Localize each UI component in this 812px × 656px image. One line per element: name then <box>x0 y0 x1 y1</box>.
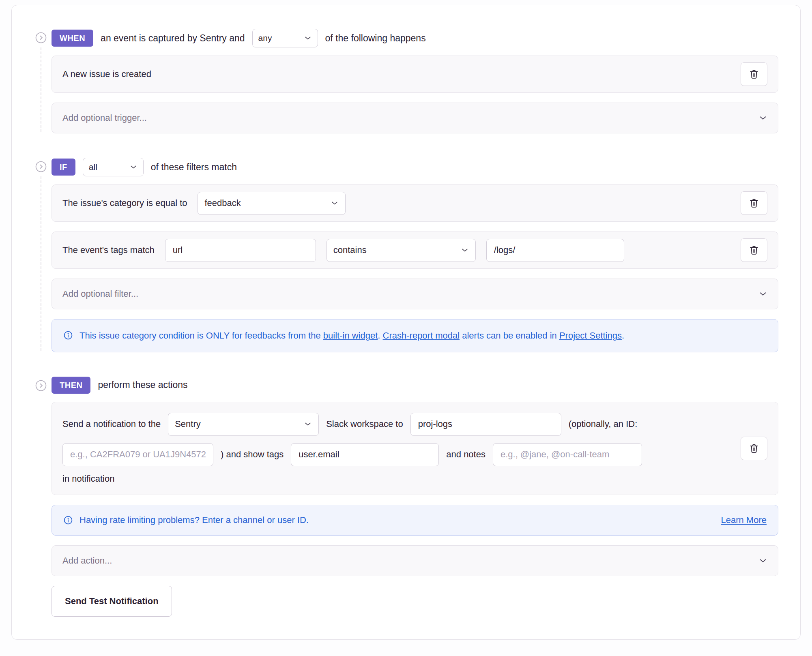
step-connector-line <box>41 176 41 351</box>
send-test-notification-button[interactable]: Send Test Notification <box>52 586 172 617</box>
chevron-down-icon <box>758 114 767 122</box>
when-gutter <box>35 29 52 133</box>
tag-operator-select[interactable]: contains <box>327 239 476 262</box>
show-tags-input[interactable] <box>291 443 439 466</box>
step-chevron-icon <box>35 161 47 172</box>
when-tail-text: of the following happens <box>325 33 426 44</box>
filter-row-tags: The event's tags match contains <box>52 232 778 269</box>
feedback-category-alert: This issue category condition is ONLY fo… <box>52 319 778 352</box>
tags-filter-label: The event's tags match <box>62 245 155 255</box>
then-badge: THEN <box>52 377 90 394</box>
delete-action-button[interactable] <box>741 437 767 460</box>
notify-label-6: in notification <box>62 474 114 484</box>
tag-key-input[interactable] <box>165 239 316 262</box>
add-filter-placeholder: Add optional filter... <box>62 289 138 299</box>
add-action-placeholder: Add action... <box>62 555 112 566</box>
trash-icon <box>749 198 759 208</box>
channel-input[interactable] <box>410 413 561 436</box>
if-badge: IF <box>52 159 75 176</box>
rate-limit-alert: Having rate limiting problems? Enter a c… <box>52 505 778 536</box>
then-tail-text: perform these actions <box>98 379 187 390</box>
notify-label-1: Send a notification to the <box>62 419 161 429</box>
trigger-row: A new issue is created <box>52 56 778 93</box>
chevron-down-icon <box>758 289 767 298</box>
when-section: WHEN an event is captured by Sentry and … <box>35 29 778 158</box>
alert-text-part: . <box>378 330 382 341</box>
learn-more-link[interactable]: Learn More <box>721 515 767 525</box>
workspace-select[interactable]: Sentry <box>168 413 319 436</box>
when-badge: WHEN <box>52 30 93 47</box>
if-header: IF all of these filters match <box>52 158 778 176</box>
if-tail-text: of these filters match <box>151 162 237 173</box>
chevron-down-icon <box>758 556 767 565</box>
workspace-select-value: Sentry <box>175 419 201 429</box>
add-filter-row[interactable]: Add optional filter... <box>52 279 778 309</box>
chevron-down-icon <box>461 246 469 254</box>
when-lead-text: an event is captured by Sentry and <box>101 33 245 44</box>
trash-icon <box>749 245 759 255</box>
delete-filter-button[interactable] <box>741 238 767 262</box>
alert-text-part: alerts can be enabled in <box>460 330 559 341</box>
alert-text-part: . <box>622 330 624 341</box>
if-section: IF all of these filters match The issue'… <box>35 158 778 377</box>
feedback-category-alert-text: This issue category condition is ONLY fo… <box>79 329 624 342</box>
if-gutter <box>35 158 52 352</box>
built-in-widget-link[interactable]: built-in widget <box>323 330 378 341</box>
notify-label-2: Slack workspace to <box>326 419 403 429</box>
delete-filter-button[interactable] <box>741 191 767 215</box>
category-filter-label: The issue's category is equal to <box>62 198 187 208</box>
alert-rule-builder-card: WHEN an event is captured by Sentry and … <box>11 5 801 640</box>
step-chevron-icon <box>35 32 47 43</box>
when-header: WHEN an event is captured by Sentry and … <box>52 29 778 47</box>
when-match-select-value: any <box>258 33 272 43</box>
then-section: THEN perform these actions Send a notifi… <box>35 377 778 617</box>
chevron-down-icon <box>331 199 339 207</box>
if-match-select[interactable]: all <box>83 158 144 176</box>
then-header: THEN perform these actions <box>52 377 778 394</box>
trash-icon <box>749 69 759 79</box>
then-gutter <box>35 377 52 617</box>
chevron-down-icon <box>304 420 312 428</box>
category-select-value: feedback <box>204 198 241 208</box>
info-icon <box>63 330 73 340</box>
delete-trigger-button[interactable] <box>741 62 767 86</box>
crash-report-modal-link[interactable]: Crash-report modal <box>383 330 460 341</box>
rate-limit-alert-text: Having rate limiting problems? Enter a c… <box>79 515 309 525</box>
add-action-row[interactable]: Add action... <box>52 545 778 576</box>
notify-label-4: ) and show tags <box>221 449 284 460</box>
filter-row-category: The issue's category is equal to feedbac… <box>52 184 778 222</box>
step-chevron-icon <box>35 380 47 391</box>
notify-label-5: and notes <box>446 449 485 460</box>
channel-id-input[interactable] <box>62 443 213 466</box>
info-icon <box>63 515 73 525</box>
project-settings-link[interactable]: Project Settings <box>559 330 622 341</box>
add-trigger-placeholder: Add optional trigger... <box>62 113 147 123</box>
trash-icon <box>749 443 759 454</box>
chevron-down-icon <box>129 163 137 171</box>
slack-action-row: Send a notification to the Sentry Slack … <box>52 402 778 495</box>
notes-input[interactable] <box>493 443 642 466</box>
step-connector-line <box>41 47 41 132</box>
alert-text-part: This issue category condition is ONLY fo… <box>79 330 323 341</box>
tag-value-input[interactable] <box>486 239 624 262</box>
notify-label-3: (optionally, an ID: <box>569 419 638 429</box>
tag-operator-select-value: contains <box>333 245 367 255</box>
category-select[interactable]: feedback <box>198 192 346 215</box>
add-trigger-row[interactable]: Add optional trigger... <box>52 103 778 133</box>
chevron-down-icon <box>304 34 312 42</box>
if-match-select-value: all <box>89 162 97 172</box>
when-match-select[interactable]: any <box>252 29 318 47</box>
trigger-label: A new issue is created <box>62 69 151 79</box>
